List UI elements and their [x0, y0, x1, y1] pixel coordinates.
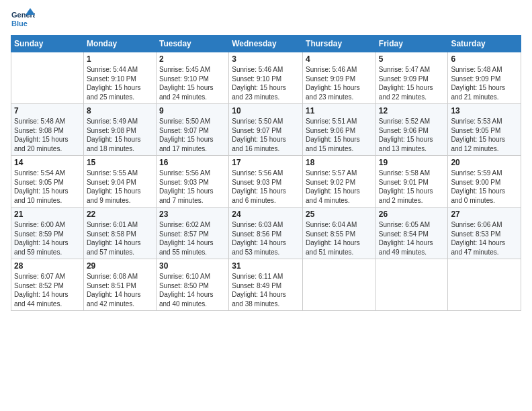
day-info: Sunrise: 6:07 AMSunset: 8:52 PMDaylight:… [14, 272, 81, 308]
day-info: Sunrise: 5:46 AMSunset: 9:09 PMDaylight:… [306, 65, 373, 101]
day-cell: 12Sunrise: 5:52 AMSunset: 9:06 PMDayligh… [375, 104, 448, 156]
day-info: Sunrise: 6:08 AMSunset: 8:51 PMDaylight:… [87, 272, 153, 308]
day-cell: 23Sunrise: 6:02 AMSunset: 8:57 PMDayligh… [156, 208, 228, 259]
day-cell: 27Sunrise: 6:06 AMSunset: 8:53 PMDayligh… [448, 208, 521, 259]
week-row-0: 1Sunrise: 5:44 AMSunset: 9:10 PMDaylight… [11, 52, 521, 104]
day-cell: 4Sunrise: 5:46 AMSunset: 9:09 PMDaylight… [303, 52, 376, 104]
logo: General Blue [11, 7, 35, 31]
week-row-4: 28Sunrise: 6:07 AMSunset: 8:52 PMDayligh… [11, 259, 521, 311]
day-number: 16 [159, 158, 226, 167]
day-number: 7 [14, 106, 81, 116]
week-row-2: 14Sunrise: 5:54 AMSunset: 9:05 PMDayligh… [11, 156, 521, 208]
day-number: 26 [379, 210, 445, 219]
day-cell: 25Sunrise: 6:04 AMSunset: 8:55 PMDayligh… [303, 208, 376, 259]
day-number: 5 [379, 54, 445, 64]
day-info: Sunrise: 6:00 AMSunset: 8:59 PMDaylight:… [14, 220, 81, 257]
day-info: Sunrise: 5:56 AMSunset: 9:03 PMDaylight:… [159, 169, 226, 205]
day-cell: 1Sunrise: 5:44 AMSunset: 9:10 PMDaylight… [83, 52, 156, 104]
day-info: Sunrise: 5:52 AMSunset: 9:06 PMDaylight:… [379, 117, 445, 153]
day-number: 1 [87, 54, 153, 64]
day-info: Sunrise: 5:55 AMSunset: 9:04 PMDaylight:… [87, 169, 153, 205]
day-cell: 15Sunrise: 5:55 AMSunset: 9:04 PMDayligh… [83, 156, 156, 208]
day-info: Sunrise: 5:50 AMSunset: 9:07 PMDaylight:… [232, 117, 300, 153]
day-number: 6 [451, 54, 518, 64]
day-number: 13 [451, 106, 518, 116]
day-cell: 28Sunrise: 6:07 AMSunset: 8:52 PMDayligh… [11, 259, 84, 311]
day-info: Sunrise: 5:51 AMSunset: 9:06 PMDaylight:… [306, 117, 373, 153]
day-cell: 2Sunrise: 5:45 AMSunset: 9:10 PMDaylight… [156, 52, 228, 104]
day-cell: 17Sunrise: 5:56 AMSunset: 9:03 PMDayligh… [229, 156, 303, 208]
day-cell: 11Sunrise: 5:51 AMSunset: 9:06 PMDayligh… [303, 104, 376, 156]
day-number: 22 [87, 210, 153, 219]
logo-text: General Blue [11, 7, 35, 31]
day-number: 25 [306, 210, 373, 219]
day-info: Sunrise: 6:11 AMSunset: 8:49 PMDaylight:… [232, 272, 300, 308]
day-cell: 30Sunrise: 6:10 AMSunset: 8:50 PMDayligh… [156, 259, 228, 311]
calendar-table: SundayMondayTuesdayWednesdayThursdayFrid… [11, 35, 521, 311]
day-number: 30 [159, 261, 226, 271]
page: General Blue SundayMondayTuesdayWednesda… [0, 0, 532, 411]
day-info: Sunrise: 5:48 AMSunset: 9:09 PMDaylight:… [451, 65, 518, 101]
day-cell: 7Sunrise: 5:48 AMSunset: 9:08 PMDaylight… [11, 104, 84, 156]
day-info: Sunrise: 5:56 AMSunset: 9:03 PMDaylight:… [232, 169, 300, 205]
day-info: Sunrise: 6:02 AMSunset: 8:57 PMDaylight:… [159, 220, 226, 257]
calendar-body: 1Sunrise: 5:44 AMSunset: 9:10 PMDaylight… [11, 52, 521, 311]
day-cell: 19Sunrise: 5:58 AMSunset: 9:01 PMDayligh… [375, 156, 448, 208]
day-info: Sunrise: 5:49 AMSunset: 9:08 PMDaylight:… [87, 117, 153, 153]
day-info: Sunrise: 5:57 AMSunset: 9:02 PMDaylight:… [306, 169, 373, 205]
day-cell: 14Sunrise: 5:54 AMSunset: 9:05 PMDayligh… [11, 156, 84, 208]
day-info: Sunrise: 5:47 AMSunset: 9:09 PMDaylight:… [379, 65, 445, 101]
col-header-sunday: Sunday [11, 36, 84, 52]
day-number: 20 [451, 158, 518, 167]
day-info: Sunrise: 5:50 AMSunset: 9:07 PMDaylight:… [159, 117, 226, 153]
day-cell: 6Sunrise: 5:48 AMSunset: 9:09 PMDaylight… [448, 52, 521, 104]
day-number: 12 [379, 106, 445, 116]
day-cell [375, 259, 448, 311]
day-info: Sunrise: 5:58 AMSunset: 9:01 PMDaylight:… [379, 169, 445, 205]
day-cell [303, 259, 376, 311]
day-number: 27 [451, 210, 518, 219]
day-number: 28 [14, 261, 81, 271]
logo-svg: General Blue [11, 7, 35, 31]
day-cell: 18Sunrise: 5:57 AMSunset: 9:02 PMDayligh… [303, 156, 376, 208]
day-number: 18 [306, 158, 373, 167]
day-number: 15 [87, 158, 153, 167]
day-cell: 8Sunrise: 5:49 AMSunset: 9:08 PMDaylight… [83, 104, 156, 156]
day-info: Sunrise: 6:03 AMSunset: 8:56 PMDaylight:… [232, 220, 300, 257]
col-header-monday: Monday [83, 36, 156, 52]
day-info: Sunrise: 6:04 AMSunset: 8:55 PMDaylight:… [306, 220, 373, 257]
day-number: 3 [232, 54, 300, 64]
col-header-friday: Friday [375, 36, 448, 52]
day-number: 24 [232, 210, 300, 219]
day-number: 11 [306, 106, 373, 116]
day-number: 14 [14, 158, 81, 167]
day-cell: 13Sunrise: 5:53 AMSunset: 9:05 PMDayligh… [448, 104, 521, 156]
day-cell: 20Sunrise: 5:59 AMSunset: 9:00 PMDayligh… [448, 156, 521, 208]
day-info: Sunrise: 5:53 AMSunset: 9:05 PMDaylight:… [451, 117, 518, 153]
header-row: SundayMondayTuesdayWednesdayThursdayFrid… [11, 36, 521, 52]
day-number: 31 [232, 261, 300, 271]
day-cell: 22Sunrise: 6:01 AMSunset: 8:58 PMDayligh… [83, 208, 156, 259]
day-number: 17 [232, 158, 300, 167]
day-cell: 3Sunrise: 5:46 AMSunset: 9:10 PMDaylight… [229, 52, 303, 104]
day-cell: 5Sunrise: 5:47 AMSunset: 9:09 PMDaylight… [375, 52, 448, 104]
week-row-3: 21Sunrise: 6:00 AMSunset: 8:59 PMDayligh… [11, 208, 521, 259]
day-cell: 29Sunrise: 6:08 AMSunset: 8:51 PMDayligh… [83, 259, 156, 311]
day-number: 4 [306, 54, 373, 64]
col-header-tuesday: Tuesday [156, 36, 228, 52]
day-number: 21 [14, 210, 81, 219]
day-number: 9 [159, 106, 226, 116]
day-info: Sunrise: 5:48 AMSunset: 9:08 PMDaylight:… [14, 117, 81, 153]
day-info: Sunrise: 5:45 AMSunset: 9:10 PMDaylight:… [159, 65, 226, 101]
svg-text:Blue: Blue [11, 19, 28, 28]
day-info: Sunrise: 6:10 AMSunset: 8:50 PMDaylight:… [159, 272, 226, 308]
day-info: Sunrise: 5:54 AMSunset: 9:05 PMDaylight:… [14, 169, 81, 205]
day-info: Sunrise: 5:46 AMSunset: 9:10 PMDaylight:… [232, 65, 300, 101]
day-info: Sunrise: 6:05 AMSunset: 8:54 PMDaylight:… [379, 220, 445, 257]
day-cell: 9Sunrise: 5:50 AMSunset: 9:07 PMDaylight… [156, 104, 228, 156]
day-cell: 10Sunrise: 5:50 AMSunset: 9:07 PMDayligh… [229, 104, 303, 156]
day-number: 2 [159, 54, 226, 64]
day-cell [448, 259, 521, 311]
day-cell: 31Sunrise: 6:11 AMSunset: 8:49 PMDayligh… [229, 259, 303, 311]
day-cell [11, 52, 84, 104]
